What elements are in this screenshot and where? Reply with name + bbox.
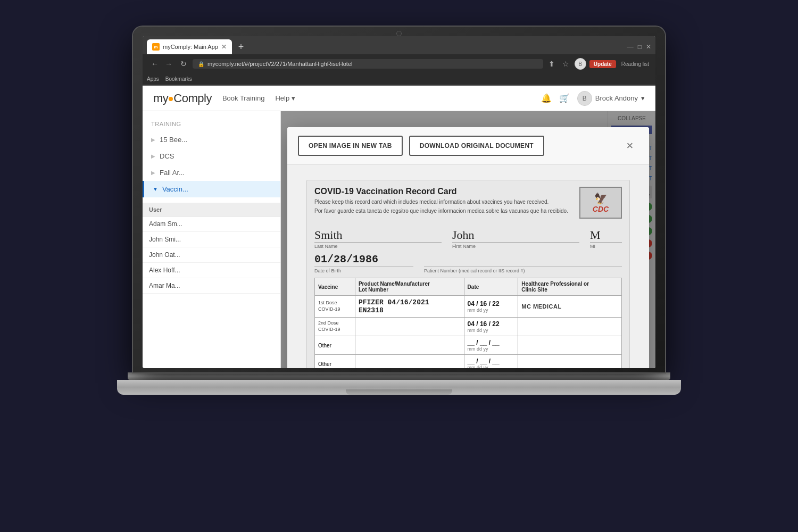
dob-value: 01/28/1986 (314, 253, 413, 265)
main-layout: Training ▶ 15 Bee... ▶ DCS (143, 111, 655, 368)
dose-row-3: Other __ / __ / __ mm dd yy (315, 355, 622, 369)
sidebar-item-label-3: Vaccin... (162, 185, 188, 193)
col-clinic: Healthcare Professional orClinic Site (518, 278, 622, 296)
clinic-1 (518, 318, 622, 336)
vaccine-table: Vaccine Product Name/ManufacturerLot Num… (314, 278, 622, 368)
user-name-0: Adam Sm... (149, 220, 274, 228)
reading-list-btn[interactable]: Reading list (619, 60, 651, 68)
sidebar: Training ▶ 15 Bee... ▶ DCS (143, 111, 281, 368)
first-name-value: John (452, 229, 579, 241)
modal-overlay[interactable]: OPEN IMAGE IN NEW TAB DOWNLOAD ORIGINAL … (281, 111, 655, 368)
table-row[interactable]: Amar Ma... (143, 278, 280, 294)
cdc-card-header: COVID-19 Vaccination Record Card Please … (307, 180, 629, 225)
patient-number-value (424, 255, 622, 265)
refresh-button[interactable]: ↻ (178, 58, 189, 70)
users-table: User Adam Sm... John Smi... John Oat... (143, 203, 280, 294)
back-button[interactable]: ← (149, 58, 161, 70)
eagle-icon: 🦅 (593, 192, 609, 205)
maximize-browser-btn[interactable]: □ (638, 43, 642, 51)
browser-chrome: m myComply: Main App ✕ + — □ ✕ (143, 36, 655, 86)
sidebar-item-0[interactable]: ▶ 15 Bee... (143, 131, 280, 148)
app-body: myComply Book Training Help ▾ 🔔 🛒 B Broc… (143, 86, 655, 368)
last-name-field: Smith Last Name (314, 229, 442, 249)
download-document-button[interactable]: DOWNLOAD ORIGINAL DOCUMENT (409, 136, 544, 156)
col-vaccine: Vaccine (315, 278, 355, 296)
browser-tab[interactable]: m myComply: Main App ✕ (147, 39, 232, 54)
product-1 (355, 318, 464, 336)
nav-arrows: ← → (149, 58, 174, 70)
notification-icon[interactable]: 🔔 (541, 93, 552, 103)
url-text: mycomply.net/#/projectV2/271/ManhattanHi… (207, 61, 353, 67)
last-name-value: Smith (314, 229, 442, 241)
modal-toolbar: OPEN IMAGE IN NEW TAB DOWNLOAD ORIGINAL … (287, 127, 649, 165)
main-content: COLLAPSE NG MATRIX Actions EL | EDIT (281, 111, 655, 368)
tab-favicon: m (152, 43, 160, 51)
cdc-header-text: COVID-19 Vaccination Record Card Please … (314, 187, 574, 215)
mi-value: M (590, 229, 622, 241)
apps-label[interactable]: Apps (147, 76, 159, 82)
share-btn[interactable]: ⬆ (546, 59, 557, 69)
sidebar-item-2[interactable]: ▶ Fall Ar... (143, 164, 280, 181)
nav-help[interactable]: Help ▾ (275, 94, 295, 102)
sidebar-item-label-0: 15 Bee... (160, 136, 187, 144)
modal-close-button[interactable]: × (621, 137, 638, 154)
user-chevron-icon: ▾ (641, 94, 645, 102)
cart-icon[interactable]: 🛒 (559, 93, 570, 103)
cdc-card-title: COVID-19 Vaccination Record Card (314, 187, 574, 196)
tab-close-btn[interactable]: ✕ (221, 43, 227, 51)
new-tab-button[interactable]: + (234, 40, 248, 54)
dob-label: Date of Birth (314, 267, 413, 273)
dose-row-0: 1st DoseCOVID-19 PFIZER 04/16/2021 EN231… (315, 296, 622, 318)
cdc-card-wrapper: COVID-19 Vaccination Record Card Please … (287, 165, 649, 368)
browser-profile-avatar[interactable]: B (575, 58, 586, 70)
arrow-icon-2: ▶ (151, 170, 155, 176)
user-name-4: Amar Ma... (149, 282, 274, 289)
date-3: __ / __ / __ mm dd yy (464, 355, 518, 369)
user-menu[interactable]: B Brock Andony ▾ (577, 91, 645, 106)
cdc-logo-text: CDC (593, 205, 609, 213)
minimize-browser-btn[interactable]: — (627, 43, 634, 51)
cdc-subtitle-en: Please keep this record card which inclu… (314, 198, 574, 206)
open-image-button[interactable]: OPEN IMAGE IN NEW TAB (298, 136, 403, 156)
table-header: User (143, 203, 280, 217)
bookmarks-bar: Apps Bookmarks (143, 73, 655, 85)
bookmark-btn[interactable]: ☆ (560, 59, 571, 69)
first-name-label: First Name (452, 242, 579, 249)
sidebar-item-3[interactable]: ▼ Vaccin... (143, 181, 280, 197)
cdc-card: COVID-19 Vaccination Record Card Please … (306, 180, 630, 368)
user-avatar: B (577, 91, 592, 106)
bookmarks-label[interactable]: Bookmarks (165, 76, 192, 82)
dose-label-2: Other (315, 336, 355, 355)
table-row[interactable]: Adam Sm... (143, 217, 280, 232)
forward-button[interactable]: → (163, 58, 174, 70)
brand-logo: myComply (153, 92, 212, 105)
user-name-1: John Smi... (149, 236, 274, 243)
col-date: Date (464, 278, 518, 296)
update-button[interactable]: Update (589, 60, 616, 68)
screen-bezel: m myComply: Main App ✕ + — □ ✕ (133, 27, 665, 372)
table-row[interactable]: Alex Hoff... (143, 263, 280, 278)
browser-actions: ⬆ ☆ B Update Reading list (546, 58, 651, 70)
table-row[interactable]: John Oat... (143, 247, 280, 263)
dose-label-0: 1st DoseCOVID-19 (315, 296, 355, 318)
tab-label: myComply: Main App (163, 44, 218, 50)
app-navbar: myComply Book Training Help ▾ 🔔 🛒 B Broc… (143, 86, 655, 111)
modal-container: OPEN IMAGE IN NEW TAB DOWNLOAD ORIGINAL … (287, 127, 649, 368)
dose-row-1: 2nd DoseCOVID-19 04 / 16 / 22 mm dd yy (315, 318, 622, 336)
arrow-icon-3: ▼ (153, 186, 158, 192)
lock-icon: 🔒 (198, 61, 204, 67)
user-name: Brock Andony (595, 94, 638, 102)
address-bar[interactable]: 🔒 mycomply.net/#/projectV2/271/Manhattan… (193, 59, 543, 69)
patient-number-label: Patient Number (medical record or IIS re… (424, 267, 622, 273)
mi-label: MI (590, 242, 622, 249)
clinic-0: MC MEDICAL (518, 296, 622, 318)
product-3 (355, 355, 464, 369)
product-0: PFIZER 04/16/2021 EN2318 (355, 296, 464, 318)
sidebar-item-1[interactable]: ▶ DCS (143, 148, 280, 164)
laptop-shell: m myComply: Main App ✕ + — □ ✕ (106, 27, 692, 505)
nav-book-training[interactable]: Book Training (222, 94, 265, 102)
arrow-icon-0: ▶ (151, 137, 155, 143)
close-browser-btn[interactable]: ✕ (646, 43, 651, 51)
dose-label-3: Other (315, 355, 355, 369)
table-row[interactable]: John Smi... (143, 232, 280, 247)
